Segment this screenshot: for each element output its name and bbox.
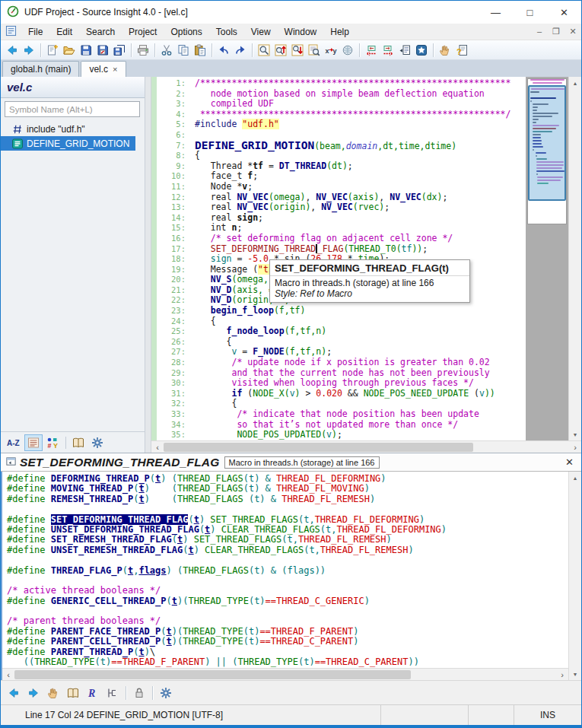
code-line: and that the current node has not been p… bbox=[195, 368, 526, 379]
menu-edit[interactable]: Edit bbox=[49, 25, 79, 39]
new-file-icon[interactable] bbox=[44, 42, 61, 59]
mdi-minimize-button[interactable]: – bbox=[531, 27, 548, 37]
call-tree-icon[interactable] bbox=[103, 683, 122, 703]
settings-icon[interactable] bbox=[88, 434, 107, 451]
tab-vel.c[interactable]: vel.c× bbox=[81, 61, 126, 77]
browse-mode-icon[interactable] bbox=[43, 683, 63, 703]
menu-file[interactable]: File bbox=[21, 25, 49, 39]
back-arrow-icon[interactable] bbox=[4, 42, 21, 59]
save-as-icon[interactable] bbox=[94, 42, 111, 59]
ctx-scroll-up-icon[interactable]: ▲ bbox=[573, 472, 578, 484]
save-all-icon[interactable] bbox=[111, 42, 128, 59]
hscroll-thumb[interactable] bbox=[164, 443, 473, 452]
symbol-panel-header: vel.c bbox=[1, 77, 145, 98]
find-up-icon[interactable] bbox=[272, 42, 289, 59]
scroll-right-icon[interactable]: › bbox=[569, 443, 581, 452]
minimap-viewport[interactable] bbox=[528, 85, 566, 201]
menu-search[interactable]: Search bbox=[79, 25, 122, 39]
menu-help[interactable]: Help bbox=[323, 25, 356, 39]
scroll-up-icon[interactable]: ▲ bbox=[573, 77, 578, 89]
ctx-scroll-down-icon[interactable]: ▼ bbox=[573, 668, 578, 680]
jump-prev-icon[interactable] bbox=[363, 42, 380, 59]
code-line: real NV_VEC(origin), NV_VEC(rvec); bbox=[195, 202, 526, 213]
web-search-icon[interactable] bbox=[339, 42, 356, 59]
find-icon[interactable] bbox=[256, 42, 272, 59]
az-sort-icon[interactable]: A-Z bbox=[5, 434, 24, 451]
mdi-close-button[interactable]: ✕ bbox=[565, 27, 581, 37]
symbol-item[interactable]: DEFINE_GRID_MOTION bbox=[1, 136, 135, 151]
tab-close-icon[interactable]: × bbox=[113, 65, 117, 74]
scroll-down-icon[interactable]: ▼ bbox=[573, 428, 578, 440]
overview-minimap[interactable] bbox=[526, 77, 568, 440]
code-line: { bbox=[195, 337, 526, 348]
menu-options[interactable]: Options bbox=[164, 25, 208, 39]
browse-mode-icon[interactable] bbox=[437, 42, 453, 59]
minimize-button[interactable]: — bbox=[479, 1, 513, 24]
ctx-scroll-right-icon[interactable]: › bbox=[556, 670, 568, 679]
code-line bbox=[7, 504, 568, 514]
cut-icon[interactable] bbox=[158, 42, 175, 59]
scroll-left-icon[interactable]: ‹ bbox=[151, 443, 164, 452]
status-bar: Line 17 Col 24 DEFINE_GRID_MOTION [UTF-8… bbox=[1, 704, 581, 727]
context-code-view[interactable]: #define DEFORMING_THREAD_P(t) (THREAD_FL… bbox=[2, 472, 568, 668]
context-window-icon[interactable] bbox=[396, 42, 413, 59]
redo-icon[interactable] bbox=[232, 42, 249, 59]
panel-splitter[interactable] bbox=[145, 77, 151, 453]
code-line: /* indicate that node position has been … bbox=[195, 409, 526, 420]
define-icon bbox=[11, 138, 24, 150]
lock-icon[interactable] bbox=[129, 683, 149, 703]
toolbar-separator bbox=[152, 686, 153, 700]
forward-arrow-icon[interactable] bbox=[21, 42, 37, 59]
ctx-hscroll-thumb[interactable] bbox=[14, 670, 411, 679]
menu-project[interactable]: Project bbox=[122, 25, 164, 39]
include-icon bbox=[11, 123, 24, 135]
save-icon[interactable] bbox=[78, 42, 94, 59]
replace-icon[interactable]: xy bbox=[323, 42, 339, 59]
maximize-button[interactable]: □ bbox=[513, 1, 547, 24]
ctx-scroll-left-icon[interactable]: ‹ bbox=[2, 670, 14, 679]
line-number: 3: bbox=[157, 99, 186, 110]
jump-next-icon[interactable] bbox=[380, 42, 396, 59]
open-file-icon[interactable] bbox=[61, 42, 78, 59]
find-in-files-icon[interactable] bbox=[306, 42, 323, 59]
relation-icon[interactable]: R bbox=[83, 683, 103, 703]
favorites-icon[interactable] bbox=[413, 42, 430, 59]
line-number: 31: bbox=[157, 389, 186, 399]
line-number-gutter: 1:2:3:4:5:6:7:8:9:10:11:12:13:14:15:16:1… bbox=[157, 77, 190, 440]
print-icon[interactable] bbox=[135, 42, 151, 59]
symbol-types-icon[interactable]: #Y bbox=[43, 434, 62, 451]
symbol-panel: vel.c include "udf.h"DEFINE_GRID_MOTION … bbox=[1, 77, 145, 453]
context-horizontal-scrollbar[interactable]: ‹ › bbox=[2, 668, 568, 680]
symbol-item[interactable]: include "udf.h" bbox=[1, 122, 145, 136]
back-arrow-icon[interactable] bbox=[4, 683, 24, 703]
settings-icon[interactable] bbox=[156, 683, 176, 703]
paste-icon[interactable] bbox=[192, 42, 208, 59]
line-number: 16: bbox=[157, 234, 186, 244]
undo-icon[interactable] bbox=[215, 42, 232, 59]
menu-tools[interactable]: Tools bbox=[209, 25, 244, 39]
app-icon bbox=[7, 5, 19, 20]
close-button[interactable]: ✕ bbox=[547, 1, 581, 24]
context-close-icon[interactable]: ✕ bbox=[565, 456, 577, 468]
symbol-label: include "udf.h" bbox=[27, 124, 85, 135]
forward-arrow-icon[interactable] bbox=[24, 683, 43, 703]
mdi-restore-button[interactable]: ❐ bbox=[548, 27, 565, 37]
status-spacer bbox=[381, 705, 469, 725]
editor-vertical-scrollbar[interactable]: ▲ ▼ bbox=[568, 77, 581, 440]
find-down-icon[interactable] bbox=[289, 42, 306, 59]
tab-global.h[interactable]: global.h (main) bbox=[2, 61, 79, 77]
code-line: { bbox=[195, 316, 526, 327]
list-view-icon[interactable] bbox=[24, 434, 43, 451]
menu-view[interactable]: View bbox=[244, 25, 278, 39]
line-number: 1: bbox=[157, 78, 186, 89]
copy-icon[interactable] bbox=[175, 42, 192, 59]
book-icon[interactable] bbox=[69, 434, 87, 451]
editor-horizontal-scrollbar[interactable]: ‹ › bbox=[151, 440, 581, 453]
context-vertical-scrollbar[interactable]: ▲ ▼ bbox=[568, 472, 581, 680]
toolbar-separator bbox=[65, 437, 66, 449]
help-icon[interactable]: ? bbox=[453, 42, 470, 59]
code-editor[interactable]: /***************************************… bbox=[190, 77, 526, 440]
symbol-search-input[interactable] bbox=[5, 101, 140, 117]
book-icon[interactable] bbox=[63, 683, 83, 703]
menu-window[interactable]: Window bbox=[278, 25, 324, 39]
